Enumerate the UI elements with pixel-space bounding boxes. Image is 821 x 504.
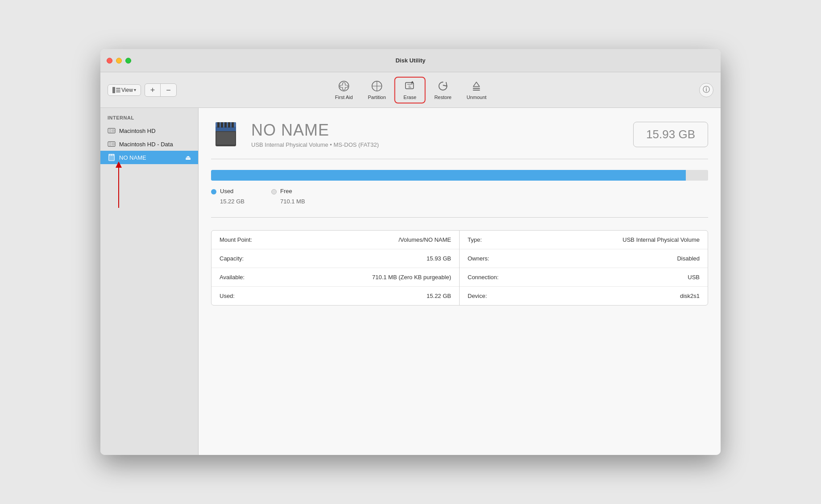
toolbar: View ▾ + − First Aid <box>100 72 721 108</box>
svg-rect-0 <box>112 87 115 93</box>
svg-point-15 <box>113 130 114 131</box>
used-label-group: Used 15.22 GB <box>211 188 245 205</box>
erase-button[interactable]: Erase <box>394 77 426 103</box>
toolbar-center: First Aid Partition <box>328 77 493 103</box>
svg-rect-27 <box>111 154 112 156</box>
unmount-button[interactable]: Unmount <box>460 78 493 103</box>
add-volume-button[interactable]: + <box>145 84 161 96</box>
hdd-icon <box>108 127 116 135</box>
info-table-grid: Mount Point: /Volumes/NO NAME Capacity: … <box>211 231 708 305</box>
used-label-name: Used <box>220 188 233 194</box>
free-label-group: Free 710.1 MB <box>271 188 305 205</box>
svg-rect-19 <box>108 142 115 147</box>
sidebar-item-macintosh-hd-data[interactable]: Macintosh HD - Data <box>100 137 198 151</box>
view-button[interactable]: View ▾ <box>108 84 141 96</box>
titlebar: Disk Utility <box>100 49 721 72</box>
storage-bar <box>211 170 708 181</box>
unmount-label: Unmount <box>467 95 487 100</box>
mount-point-value: /Volumes/NO NAME <box>398 236 451 243</box>
partition-label: Partition <box>368 95 386 100</box>
chevron-down-icon: ▾ <box>134 87 136 92</box>
info-row-capacity: Capacity: 15.93 GB <box>211 249 459 268</box>
svg-point-21 <box>113 144 114 145</box>
view-label: View <box>121 87 133 93</box>
info-row-connection: Connection: USB <box>460 268 708 287</box>
erase-icon <box>404 80 416 94</box>
available-value: 710.1 MB (Zero KB purgeable) <box>372 274 451 281</box>
minimize-button[interactable] <box>116 58 122 63</box>
toolbar-left: View ▾ + − <box>108 83 177 97</box>
free-label-name: Free <box>280 188 292 194</box>
main-area: Internal Macintosh HD <box>100 108 721 455</box>
traffic-lights <box>107 58 131 63</box>
sidebar: Internal Macintosh HD <box>100 108 199 455</box>
storage-section: Used 15.22 GB Free 710.1 MB <box>211 170 708 218</box>
remove-volume-button[interactable]: − <box>161 84 176 96</box>
sidebar-item-macintosh-hd-label: Macintosh HD <box>119 128 156 134</box>
sidebar-item-no-name[interactable]: NO NAME ⏏ <box>100 151 198 164</box>
owners-value: Disabled <box>677 255 700 262</box>
svg-rect-1 <box>116 88 120 89</box>
volume-icon <box>211 119 242 150</box>
maximize-button[interactable] <box>125 58 131 63</box>
capacity-key: Capacity: <box>220 255 273 262</box>
svg-rect-3 <box>116 91 120 92</box>
partition-button[interactable]: Partition <box>361 78 393 103</box>
first-aid-icon <box>338 80 350 94</box>
restore-button[interactable]: Restore <box>427 78 459 103</box>
free-dot <box>271 189 277 194</box>
svg-rect-2 <box>116 90 120 91</box>
first-aid-button[interactable]: First Aid <box>328 78 360 103</box>
owners-key: Owners: <box>468 255 521 262</box>
svg-marker-10 <box>473 82 480 87</box>
sidebar-icon <box>112 87 120 93</box>
mount-point-key: Mount Point: <box>220 236 273 243</box>
sidebar-item-macintosh-hd[interactable]: Macintosh HD <box>100 124 198 137</box>
used-label-header: Used <box>211 188 233 194</box>
volume-description: USB Internal Physical Volume • MS-DOS (F… <box>251 141 624 148</box>
used-dot <box>211 189 216 194</box>
volume-buttons: + − <box>145 83 177 97</box>
erase-label: Erase <box>403 95 416 100</box>
svg-rect-8 <box>406 83 414 89</box>
connection-value: USB <box>688 274 700 281</box>
svg-rect-33 <box>221 122 223 128</box>
type-key: Type: <box>468 236 521 243</box>
partition-icon <box>371 80 383 94</box>
info-row-device: Device: disk2s1 <box>460 287 708 305</box>
volume-info: NO NAME USB Internal Physical Volume • M… <box>251 121 624 148</box>
info-row-used: Used: 15.22 GB <box>211 287 459 305</box>
restore-label: Restore <box>434 95 452 100</box>
svg-rect-32 <box>217 122 220 128</box>
unmount-icon <box>471 80 482 94</box>
content-area: NO NAME USB Internal Physical Volume • M… <box>199 108 721 455</box>
info-table: Mount Point: /Volumes/NO NAME Capacity: … <box>211 230 708 306</box>
info-row-type: Type: USB Internal Physical Volume <box>460 231 708 249</box>
svg-rect-37 <box>216 132 235 145</box>
info-button[interactable]: ⓘ <box>699 83 713 97</box>
device-value: disk2s1 <box>680 293 700 299</box>
used-key: Used: <box>220 293 273 299</box>
sidebar-item-no-name-label: NO NAME <box>119 154 146 161</box>
toolbar-right: ⓘ <box>699 83 713 97</box>
svg-rect-28 <box>113 154 114 156</box>
red-arrow-annotation <box>116 161 122 208</box>
info-row-mount-point: Mount Point: /Volumes/NO NAME <box>211 231 459 249</box>
close-button[interactable] <box>107 58 112 63</box>
sidebar-section-internal: Internal <box>100 115 198 124</box>
app-window: Disk Utility View ▾ + − <box>100 49 721 455</box>
sd-card-icon-small <box>108 153 116 161</box>
info-icon: ⓘ <box>703 85 710 95</box>
volume-header: NO NAME USB Internal Physical Volume • M… <box>211 119 708 159</box>
info-column-left: Mount Point: /Volumes/NO NAME Capacity: … <box>211 231 460 305</box>
svg-rect-36 <box>232 122 234 128</box>
hdd-icon-2 <box>108 140 116 148</box>
volume-size-badge: 15.93 GB <box>633 122 708 147</box>
free-label-header: Free <box>271 188 292 194</box>
capacity-value: 15.93 GB <box>427 255 451 262</box>
eject-icon[interactable]: ⏏ <box>185 154 191 161</box>
svg-rect-34 <box>224 122 227 128</box>
info-column-right: Type: USB Internal Physical Volume Owner… <box>460 231 708 305</box>
svg-rect-26 <box>110 154 111 156</box>
storage-bar-used <box>211 170 686 181</box>
